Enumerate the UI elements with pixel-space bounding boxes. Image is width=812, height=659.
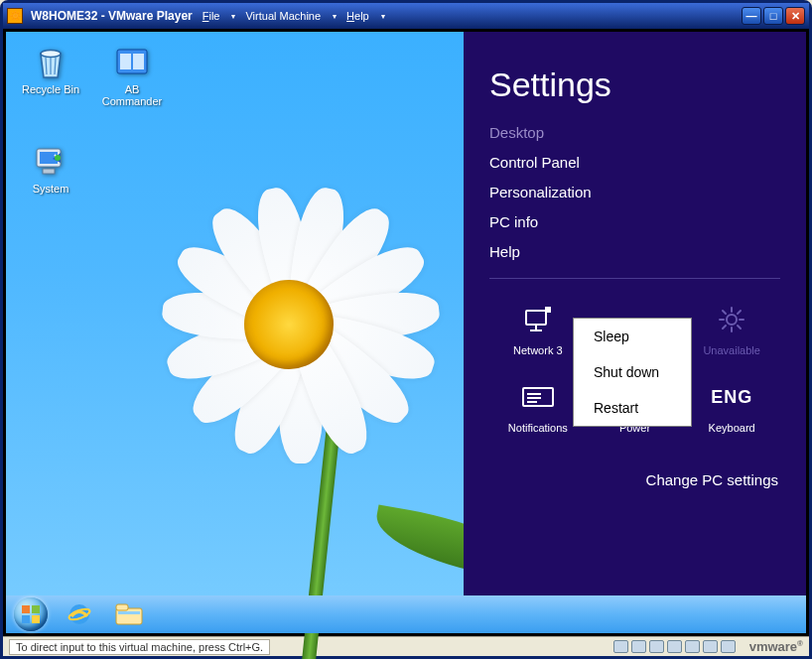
status-hint: To direct input to this virtual machine,…: [9, 639, 270, 655]
tray-icon[interactable]: [649, 640, 664, 653]
desktop-icon-label: System: [16, 183, 85, 195]
svg-rect-3: [133, 54, 144, 69]
svg-line-19: [723, 326, 726, 329]
svg-point-7: [55, 155, 61, 161]
window-title: W8HOME32 - VMware Player: [31, 9, 193, 23]
tray-icon[interactable]: [613, 640, 628, 653]
tray-icon[interactable]: [631, 640, 646, 653]
vmware-brand: vmware®: [749, 639, 803, 654]
vmware-tray: [613, 640, 736, 653]
svg-rect-8: [526, 311, 546, 325]
power-menu-shutdown[interactable]: Shut down: [574, 354, 691, 390]
power-menu-sleep[interactable]: Sleep: [574, 319, 691, 354]
svg-rect-6: [43, 169, 55, 174]
taskbar: [6, 595, 806, 633]
desktop-icon-label: AB Commander: [97, 83, 167, 107]
taskbar-ie[interactable]: [62, 601, 97, 627]
window-controls: — □ ✕: [742, 7, 805, 25]
settings-link-help[interactable]: Help: [489, 243, 780, 260]
svg-rect-34: [118, 611, 140, 614]
settings-link-pc-info[interactable]: PC info: [489, 213, 780, 230]
menu-file[interactable]: File: [201, 10, 222, 22]
tile-label: Notifications: [489, 422, 587, 434]
svg-point-12: [727, 315, 737, 325]
recycle-bin-icon: [31, 42, 70, 81]
tray-icon[interactable]: [703, 640, 718, 653]
wallpaper-daisy: [85, 111, 463, 488]
change-pc-settings-link[interactable]: Change PC settings: [489, 471, 778, 488]
tile-brightness-unavailable: Unavailable: [683, 293, 780, 366]
menu-virtual-machine[interactable]: Virtual Machine: [243, 10, 323, 22]
ab-commander-icon: [112, 42, 152, 81]
svg-rect-26: [22, 605, 30, 613]
svg-rect-11: [545, 307, 551, 313]
desktop-icon-system[interactable]: System: [16, 141, 85, 195]
taskbar-explorer[interactable]: [111, 601, 147, 627]
charms-title: Settings: [489, 66, 780, 104]
close-button[interactable]: ✕: [785, 7, 805, 25]
svg-line-17: [723, 311, 726, 314]
svg-point-0: [41, 51, 61, 58]
notifications-icon: [489, 376, 587, 418]
keyboard-lang-value: ENG: [683, 376, 780, 418]
app-icon: 🔆: [7, 8, 23, 24]
desktop-icon-label: Recycle Bin: [16, 83, 85, 95]
settings-link-personalization[interactable]: Personalization: [489, 184, 780, 200]
minimize-button[interactable]: —: [742, 7, 761, 25]
svg-rect-28: [22, 615, 30, 623]
svg-rect-2: [120, 54, 131, 69]
svg-rect-33: [116, 604, 128, 610]
tile-keyboard[interactable]: ENG Keyboard: [683, 370, 780, 444]
tray-icon[interactable]: [685, 640, 700, 653]
tile-label: Keyboard: [683, 422, 780, 434]
svg-line-20: [738, 311, 741, 314]
tile-network[interactable]: Network 3: [489, 293, 587, 366]
brightness-icon: [683, 299, 780, 340]
statusbar: To direct input to this virtual machine,…: [3, 636, 809, 656]
vm-client-area: Recycle Bin AB Commander System Settings…: [3, 29, 809, 636]
divider: [489, 278, 780, 279]
settings-link-control-panel[interactable]: Control Panel: [489, 154, 780, 171]
settings-link-desktop[interactable]: Desktop: [489, 124, 780, 141]
vmware-player-window: 🔆 W8HOME32 - VMware Player File▾ Virtual…: [0, 0, 812, 659]
tray-icon[interactable]: [721, 640, 736, 653]
svg-rect-29: [32, 615, 40, 623]
tile-label: Network 3: [489, 344, 587, 356]
desktop-icon-recycle-bin[interactable]: Recycle Bin: [16, 42, 85, 95]
svg-line-18: [738, 326, 741, 329]
tray-icon[interactable]: [667, 640, 682, 653]
start-button[interactable]: [14, 597, 48, 631]
tile-notifications[interactable]: Notifications: [489, 370, 587, 444]
tile-label: Unavailable: [683, 344, 780, 356]
svg-rect-27: [32, 605, 40, 613]
system-icon: [31, 141, 70, 181]
menu-help[interactable]: Help: [344, 10, 371, 22]
charms-settings-panel: Settings Desktop Control Panel Personali…: [464, 32, 806, 633]
titlebar: 🔆 W8HOME32 - VMware Player File▾ Virtual…: [3, 3, 809, 29]
windows8-desktop[interactable]: Recycle Bin AB Commander System Settings…: [6, 32, 806, 633]
power-menu-restart[interactable]: Restart: [574, 390, 691, 426]
power-menu: Sleep Shut down Restart: [573, 318, 692, 427]
desktop-icon-ab-commander[interactable]: AB Commander: [97, 42, 167, 107]
maximize-button[interactable]: □: [763, 7, 783, 25]
network-icon: [489, 299, 587, 340]
